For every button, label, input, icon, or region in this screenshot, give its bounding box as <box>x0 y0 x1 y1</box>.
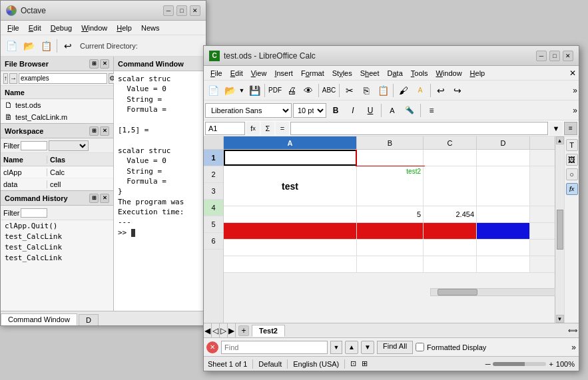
cell-c1[interactable] <box>424 150 477 166</box>
cell-a4[interactable] <box>224 223 357 239</box>
sidebar-toggle-button[interactable]: ≡ <box>564 122 577 135</box>
cell-d3[interactable] <box>477 206 530 222</box>
row-num-6[interactable]: 6 <box>204 233 223 250</box>
h-scroll-thumb[interactable] <box>438 289 477 295</box>
cell-a3[interactable] <box>224 206 357 222</box>
calc-save-button[interactable]: 💾 <box>246 83 262 98</box>
cmd-history-filter-input[interactable] <box>21 208 47 218</box>
calc-new-button[interactable]: 📄 <box>205 83 221 98</box>
zoom-plus-button[interactable]: + <box>549 360 553 368</box>
scroll-up-button[interactable]: ▲ <box>556 136 564 144</box>
cell-c4[interactable] <box>424 223 477 239</box>
cell-a2[interactable]: test <box>224 166 357 206</box>
calc-minimize-button[interactable]: ─ <box>536 51 547 61</box>
calc-copy-button[interactable]: ⎘ <box>358 83 374 98</box>
calc-menu-tools[interactable]: Tools <box>407 68 432 79</box>
cell-b4[interactable] <box>357 223 424 239</box>
formula-sum-button[interactable]: Σ <box>261 122 274 135</box>
calc-menu-help[interactable]: Help <box>466 68 489 79</box>
cell-c5[interactable] <box>424 240 477 256</box>
clipboard-button[interactable]: 📋 <box>38 38 54 54</box>
menu-news[interactable]: News <box>137 23 164 33</box>
menu-file[interactable]: File <box>3 23 23 33</box>
calc-paste-button[interactable]: 📋 <box>375 83 391 98</box>
panel-close-button[interactable]: ✕ <box>100 59 109 69</box>
cell-c6[interactable] <box>424 256 477 272</box>
cell-d6[interactable] <box>477 256 530 272</box>
new-file-button[interactable]: 📄 <box>3 38 19 54</box>
sheet-area-resize[interactable]: ⟺ <box>568 326 577 335</box>
rt-image-button[interactable]: 🖼 <box>566 154 578 166</box>
workspace-undock-button[interactable]: ⊞ <box>89 126 99 136</box>
row-num-2[interactable]: 2 <box>204 166 223 183</box>
calc-print-button[interactable]: 🖨 <box>284 83 300 98</box>
scrollbar-vertical[interactable]: ▲ ▼ <box>555 136 564 323</box>
scroll-down-button[interactable]: ▼ <box>556 315 564 323</box>
calc-maximize-button[interactable]: □ <box>549 51 560 61</box>
undo-button[interactable]: ↩ <box>60 38 76 54</box>
find-more-options[interactable]: » <box>571 343 576 352</box>
sheet-scroll-right[interactable]: ▶ <box>228 323 236 338</box>
underline-button[interactable]: U <box>362 103 378 118</box>
menu-help[interactable]: Help <box>113 23 136 33</box>
cmd-history-close-button[interactable]: ✕ <box>100 194 109 203</box>
v-scroll-thumb[interactable] <box>557 210 563 250</box>
close-button[interactable]: ✕ <box>190 5 200 16</box>
minimize-button[interactable]: ─ <box>163 5 174 16</box>
view-normal-icon[interactable]: ⊡ <box>350 359 356 368</box>
rt-fx-button[interactable]: fx <box>566 183 578 195</box>
find-prev-button[interactable]: ▲ <box>345 341 358 354</box>
maximize-button[interactable]: □ <box>176 5 187 16</box>
find-all-button[interactable]: Find All <box>377 341 413 354</box>
calc-menu-view[interactable]: View <box>247 68 271 79</box>
cell-d2[interactable] <box>477 166 530 206</box>
format-toolbar-expand[interactable]: » <box>573 106 577 115</box>
cell-a1[interactable] <box>224 150 357 166</box>
zoom-slider[interactable] <box>493 362 546 366</box>
calc-menu-data[interactable]: Data <box>384 68 407 79</box>
scrollbar-horizontal[interactable] <box>430 288 555 296</box>
sheet-tab-test2[interactable]: Test2 <box>252 325 285 337</box>
menu-debug[interactable]: Debug <box>47 23 76 33</box>
col-header-a[interactable]: A <box>224 136 357 149</box>
align-left-button[interactable]: ≡ <box>424 103 440 118</box>
menu-edit[interactable]: Edit <box>25 23 45 33</box>
cell-d5[interactable] <box>477 240 530 256</box>
cell-d1[interactable] <box>477 150 530 166</box>
cell-c2[interactable] <box>424 166 477 206</box>
calc-toolbar-expand[interactable]: » <box>573 86 577 95</box>
calc-menu-format[interactable]: Format <box>297 68 328 79</box>
cell-b5[interactable] <box>357 240 424 256</box>
cmd-item-1[interactable]: test_CalcLink <box>1 231 113 242</box>
find-close-button[interactable]: ✕ <box>206 341 218 353</box>
calc-menu-file[interactable]: File <box>206 68 226 79</box>
cmd-item-2[interactable]: test_CalcLink <box>1 242 113 252</box>
calc-open-dropdown[interactable]: ▼ <box>238 83 246 98</box>
italic-button[interactable]: I <box>345 103 361 118</box>
row-num-1[interactable]: 1 <box>204 150 223 166</box>
bold-button[interactable]: B <box>328 103 344 118</box>
panel-undock-button[interactable]: ⊞ <box>89 59 99 69</box>
calc-menu-close[interactable]: ✕ <box>569 69 576 78</box>
cmd-item-3[interactable]: test_CalcLink <box>1 252 113 263</box>
zoom-minus-button[interactable]: ─ <box>485 360 491 368</box>
rt-shape-button[interactable]: ○ <box>566 168 578 180</box>
cell-ref-input[interactable] <box>205 122 245 135</box>
cell-a5[interactable] <box>224 240 357 256</box>
calc-redo-button[interactable]: ↪ <box>449 83 465 98</box>
path-forward-button[interactable]: → <box>9 73 17 84</box>
cell-b3[interactable]: 5 <box>357 206 424 222</box>
cell-d4[interactable] <box>477 223 530 239</box>
cell-c3[interactable]: 2.454 <box>424 206 477 222</box>
sheet-scroll-next[interactable]: ▷ <box>220 323 228 338</box>
row-num-4[interactable]: 4 <box>204 200 223 216</box>
calc-pdf-button[interactable]: PDF <box>267 83 283 98</box>
cell-b1[interactable] <box>357 150 424 166</box>
view-page-icon[interactable]: ⊞ <box>362 359 368 368</box>
workspace-close-button[interactable]: ✕ <box>100 126 109 136</box>
formula-input[interactable] <box>290 122 548 135</box>
calc-cut-button[interactable]: ✂ <box>342 83 358 98</box>
calc-menu-window[interactable]: Window <box>432 68 465 79</box>
calc-highlight-button[interactable]: A <box>412 83 428 98</box>
col-header-c[interactable]: C <box>424 136 477 149</box>
